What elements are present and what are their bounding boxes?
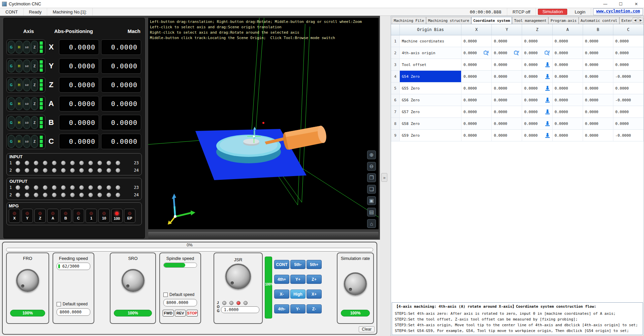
jog-5th-minus-button[interactable]: 5th- [290, 260, 305, 269]
cell-a[interactable]: 0.0000 [553, 47, 583, 59]
axis-c-half-button[interactable]: 1/2 [23, 135, 30, 148]
cell-c[interactable]: 0.0000 [613, 118, 644, 129]
jog-4th-minus-button[interactable]: 4th- [274, 304, 289, 313]
cell-b[interactable]: 0.0000 [583, 94, 613, 106]
spindle-rev-button[interactable]: REV [175, 310, 186, 316]
cell-c[interactable]: -0.0000 [613, 71, 644, 82]
cell-c[interactable]: 0.0000 [613, 35, 644, 47]
view-layers-icon[interactable]: ▤ [367, 208, 376, 216]
cell-a[interactable]: 0.0000 [553, 82, 583, 94]
coord-row-g54-zero[interactable]: 4G54 Zero0.00000.00000.00000.00000.0000-… [391, 71, 644, 82]
tab-tool-management[interactable]: Tool management [512, 17, 548, 24]
axis-a-g-button[interactable]: G [8, 97, 15, 110]
axis-a-zero-button[interactable]: Z [31, 97, 38, 110]
jog-y-plus-button[interactable]: Y+ [290, 275, 305, 284]
cell-b[interactable]: 0.0000 [583, 118, 613, 129]
axis-z-zero-button[interactable]: Z [31, 78, 38, 91]
coord-row-g57-zero[interactable]: 7G57 Zero0.00000.00000.00000.00000.00000… [391, 106, 644, 118]
axis-x-zero-button[interactable]: Z [31, 41, 38, 54]
cell-c[interactable]: 0.0000 [613, 82, 644, 94]
cell-b[interactable]: 0.0000 [583, 47, 613, 59]
tab-machining-file[interactable]: Machining File [392, 17, 426, 24]
jog-step-input[interactable]: 1.0000 [221, 306, 259, 313]
jog-high-button[interactable]: High [290, 290, 305, 299]
spindle-fwd-button[interactable]: FWD [163, 310, 174, 316]
jsr-knob[interactable] [225, 264, 251, 289]
axis-x-h-button[interactable]: H [15, 41, 23, 54]
cell-z[interactable]: 0.0000 [522, 94, 552, 106]
axis-y-h-button[interactable]: H [15, 60, 23, 72]
cell-z[interactable]: 0.0000 [522, 59, 552, 70]
jsr-rate-bar[interactable]: 100% [265, 257, 272, 318]
cell-c[interactable]: -0.0000 [613, 94, 644, 106]
axis-a-half-button[interactable]: 1/2 [23, 97, 30, 110]
simulation-button[interactable]: Simulation [538, 9, 567, 15]
cell-c[interactable]: -0.0000 [613, 130, 644, 141]
tab-automatic-control[interactable]: Automatic control [579, 17, 619, 24]
view-panes-icon[interactable]: ❏ [367, 185, 376, 194]
cell-x[interactable]: 0.0000 [461, 94, 492, 106]
mpg-a-button[interactable]: A [47, 209, 59, 223]
coord-row-tool-offset[interactable]: 3Tool offset0.00000.00000.00000.00000.00… [391, 59, 644, 71]
axis-z-g-button[interactable]: G [8, 78, 15, 91]
feeding-speed-current[interactable]: 62/3000 [57, 263, 90, 270]
cell-a[interactable]: 0.0000 [553, 59, 583, 70]
cell-z[interactable]: 0.0000 [522, 106, 552, 117]
tab-scroll-right-icon[interactable]: ▶ [638, 18, 643, 23]
tab-machining-structure[interactable]: Machining structure [426, 17, 471, 24]
cell-z[interactable]: 0.0000Z [522, 47, 552, 59]
origin-name-cell[interactable]: Tool offset [400, 59, 461, 70]
tool-offset-icon[interactable] [545, 97, 550, 103]
tool-offset-icon[interactable] [545, 62, 550, 68]
axis-b-h-button[interactable]: H [15, 116, 23, 129]
clear-button[interactable]: Clear [359, 326, 375, 332]
cell-y[interactable]: 0.0000 [492, 118, 522, 129]
cell-x[interactable]: 0.0000 [461, 82, 492, 94]
feed-default-speed-input[interactable]: 8000.0000 [57, 308, 90, 316]
viewport-3d[interactable]: Left-button drag:translation; Right-butt… [148, 18, 379, 229]
close-button[interactable]: ✕ [629, 0, 644, 8]
spindle-default-speed-checkbox[interactable]: Default speed [163, 292, 194, 297]
origin-name-cell[interactable]: G54 Zero [400, 71, 461, 82]
cell-y[interactable]: 0.0000 [492, 94, 522, 106]
feed-default-speed-checkbox[interactable]: Default speed [57, 302, 88, 306]
jog-y-minus-button[interactable]: Y- [290, 304, 305, 313]
origin-name-cell[interactable]: G59 Zero [400, 130, 461, 141]
coord-row-g59-zero[interactable]: 9G59 Zero0.00000.00000.00000.00000.0000-… [391, 130, 644, 141]
axis-b-g-button[interactable]: G [8, 116, 15, 129]
cell-y[interactable]: 0.0000 [492, 82, 522, 94]
mpg-100-button[interactable]: 100 [111, 209, 123, 223]
jog-x-plus-button[interactable]: X+ [307, 290, 322, 299]
jog-cont-button[interactable]: CONT [274, 260, 289, 269]
origin-name-cell[interactable]: 4th-axis origin [400, 47, 461, 59]
tool-offset-icon[interactable] [545, 133, 550, 138]
simulation-rate-knob[interactable] [344, 272, 367, 295]
panel-collapse-button[interactable]: » [381, 173, 387, 182]
cell-y[interactable]: 0.0000 [492, 130, 522, 141]
tool-offset-icon[interactable] [545, 121, 550, 127]
coord-row-g55-zero[interactable]: 5G55 Zero0.00000.00000.00000.00000.00000… [391, 82, 644, 94]
axis-a-h-button[interactable]: H [15, 97, 23, 110]
axis-x-g-button[interactable]: G [8, 41, 15, 54]
minimize-button[interactable]: — [598, 0, 613, 8]
coord-row-machine-coordinates[interactable]: 1Machine coordinates0.00000.00000.00000.… [391, 35, 644, 47]
cell-c[interactable]: 0.0000 [613, 47, 644, 59]
axis-x-half-button[interactable]: 1/2 [23, 41, 30, 54]
cell-a[interactable]: 0.0000 [553, 94, 583, 106]
axis-y-half-button[interactable]: 1/2 [23, 60, 30, 72]
probe-x-icon[interactable]: X [484, 50, 489, 56]
cell-b[interactable]: 0.0000 [583, 106, 613, 117]
fro-knob[interactable] [16, 269, 39, 292]
zoom-out-icon[interactable]: ⊖ [367, 162, 376, 171]
jog-x-minus-button[interactable]: X- [274, 290, 289, 299]
view-copy-icon[interactable]: ❐ [367, 173, 376, 182]
viewport-splitter[interactable] [148, 232, 379, 239]
tab-program-axis[interactable]: Program-axis [548, 17, 578, 24]
axis-c-zero-button[interactable]: Z [31, 135, 38, 148]
cell-a[interactable]: 0.0000 [553, 106, 583, 117]
zoom-in-icon[interactable]: ⊕ [367, 150, 376, 159]
cell-b[interactable]: 0.0000 [583, 35, 613, 47]
origin-name-cell[interactable]: G56 Zero [400, 94, 461, 106]
tool-offset-icon[interactable] [545, 86, 550, 91]
spindle-default-speed-input[interactable]: 8000.0000 [163, 299, 197, 306]
